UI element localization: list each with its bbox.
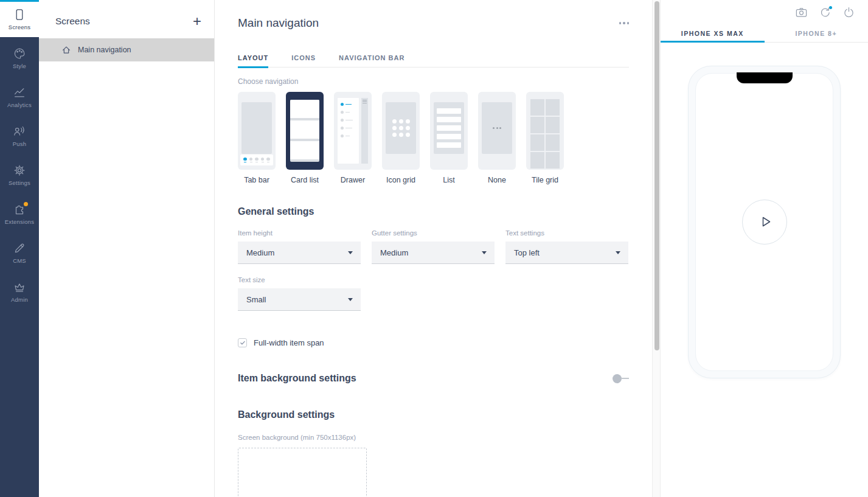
- text-size-select[interactable]: Small: [238, 288, 361, 311]
- screens-panel-header: Screens +: [39, 0, 214, 27]
- sidebar-item-label: Extensions: [5, 218, 34, 225]
- tab-iphone-xs-max[interactable]: IPHONE XS MAX: [661, 24, 765, 42]
- nav-option-label: None: [478, 176, 516, 184]
- nav-option-list[interactable]: List: [430, 92, 468, 184]
- phone-icon: [13, 9, 26, 21]
- list-thumbnail: [430, 92, 468, 170]
- gear-icon: [13, 164, 26, 176]
- field-label: Item height: [238, 229, 361, 237]
- puzzle-icon: [13, 203, 26, 215]
- play-preview-button[interactable]: [742, 200, 787, 245]
- sidebar-item-style[interactable]: Style: [0, 39, 39, 78]
- sidebar-item-push[interactable]: Push: [0, 117, 39, 156]
- screens-panel-title: Screens: [55, 16, 90, 27]
- extensions-badge: [24, 202, 28, 206]
- text-settings-select[interactable]: Top left: [505, 242, 628, 264]
- kebab-menu-icon[interactable]: [619, 22, 630, 24]
- home-icon: [61, 45, 71, 55]
- sidebar-item-admin[interactable]: Admin: [0, 273, 39, 311]
- announcement-icon: [13, 125, 26, 137]
- tab-iphone-8-plus[interactable]: IPHONE 8+: [765, 24, 868, 42]
- sidebar-item-settings[interactable]: Settings: [0, 156, 39, 195]
- scrollbar-thumb[interactable]: [654, 1, 659, 350]
- play-icon: [757, 214, 774, 231]
- select-value: Medium: [380, 248, 408, 257]
- restart-icon[interactable]: [819, 7, 831, 18]
- vertical-scrollbar[interactable]: [652, 0, 661, 497]
- chevron-down-icon: [348, 298, 353, 301]
- tab-icons[interactable]: ICONS: [291, 54, 316, 67]
- item-height-select[interactable]: Medium: [238, 242, 361, 264]
- background-settings-heading: Background settings: [238, 409, 629, 420]
- general-settings-heading: General settings: [238, 206, 629, 217]
- field-label: Gutter settings: [372, 229, 495, 237]
- sidebar-item-label: Style: [13, 63, 26, 69]
- item-height-field: Item height Medium: [238, 229, 361, 264]
- nav-option-drawer[interactable]: Drawer: [334, 92, 372, 184]
- text-settings-field: Text settings Top left: [505, 229, 628, 264]
- pencil-icon: [13, 242, 26, 254]
- field-label: Text settings: [505, 229, 628, 237]
- gutter-settings-select[interactable]: Medium: [372, 242, 495, 264]
- chevron-down-icon: [482, 251, 487, 254]
- screen-item-label: Main navigation: [78, 46, 131, 54]
- chevron-down-icon: [348, 251, 353, 254]
- nav-option-label: Icon grid: [382, 176, 420, 184]
- select-value: Small: [246, 295, 266, 304]
- nav-option-icon-grid[interactable]: Icon grid: [382, 92, 420, 184]
- full-width-item-span-checkbox-row[interactable]: Full-width item span: [238, 338, 629, 347]
- settings-tabs: LAYOUT ICONS NAVIGATION BAR: [238, 54, 629, 68]
- nav-option-label: Card list: [286, 176, 324, 184]
- nav-option-label: Tab bar: [238, 176, 276, 184]
- select-value: Medium: [246, 248, 274, 257]
- field-label: Text size: [238, 276, 361, 283]
- nav-option-card-list[interactable]: Card list: [286, 92, 324, 184]
- camera-icon[interactable]: [796, 7, 807, 18]
- toggle-track: [621, 378, 629, 379]
- sidebar-item-extensions[interactable]: Extensions: [0, 195, 39, 234]
- item-background-settings-heading: Item background settings: [238, 373, 356, 384]
- nav-option-none[interactable]: None: [478, 92, 516, 184]
- left-rail: Screens Style Analytics Push Settings: [0, 0, 39, 497]
- choose-navigation-label: Choose navigation: [238, 77, 629, 86]
- sidebar-item-label: Admin: [11, 296, 28, 303]
- device-tabs: IPHONE XS MAX IPHONE 8+: [661, 24, 868, 43]
- text-size-field: Text size Small: [238, 276, 361, 311]
- power-icon[interactable]: [843, 7, 855, 18]
- phone-mockup: [688, 66, 841, 378]
- sidebar-item-label: Push: [13, 141, 26, 147]
- chart-icon: [13, 86, 26, 99]
- sidebar-item-cms[interactable]: CMS: [0, 234, 39, 273]
- nav-option-label: List: [430, 176, 468, 184]
- item-background-toggle-off[interactable]: [613, 374, 629, 383]
- gutter-settings-field: Gutter settings Medium: [372, 229, 495, 264]
- drawer-thumbnail: [334, 92, 372, 170]
- main-content: Main navigation LAYOUT ICONS NAVIGATION …: [215, 0, 652, 497]
- sidebar-item-label: Analytics: [7, 102, 32, 108]
- toggle-knob: [613, 374, 622, 383]
- checkbox-checked-icon[interactable]: [238, 338, 247, 347]
- screen-background-label: Screen background (min 750x1136px): [238, 434, 629, 441]
- add-screen-button[interactable]: +: [193, 16, 201, 27]
- nav-option-tab-bar[interactable]: Tab bar: [238, 92, 276, 184]
- nav-option-label: Tile grid: [526, 176, 564, 184]
- screen-list-item-main-navigation[interactable]: Main navigation: [39, 38, 214, 61]
- tab-layout[interactable]: LAYOUT: [238, 54, 268, 67]
- tile-grid-thumbnail: [526, 92, 564, 170]
- tab-bar-thumbnail: [238, 92, 276, 170]
- device-preview-panel: IPHONE XS MAX IPHONE 8+: [661, 0, 868, 497]
- none-thumbnail: [478, 92, 516, 170]
- sidebar-item-analytics[interactable]: Analytics: [0, 78, 39, 117]
- phone-preview-area: [661, 43, 868, 497]
- nav-option-tile-grid[interactable]: Tile grid: [526, 92, 564, 184]
- card-list-thumbnail-selected: [286, 92, 324, 170]
- sidebar-item-screens[interactable]: Screens: [0, 2, 39, 37]
- tab-navigation-bar[interactable]: NAVIGATION BAR: [339, 54, 404, 67]
- nav-option-label: Drawer: [334, 176, 372, 184]
- palette-icon: [13, 47, 26, 60]
- chevron-down-icon: [616, 251, 620, 254]
- preview-toolbar: [661, 0, 868, 24]
- screens-panel: Screens + Main navigation: [39, 0, 215, 497]
- icon-grid-thumbnail: [382, 92, 420, 170]
- screen-background-upload-dropzone[interactable]: [238, 448, 367, 497]
